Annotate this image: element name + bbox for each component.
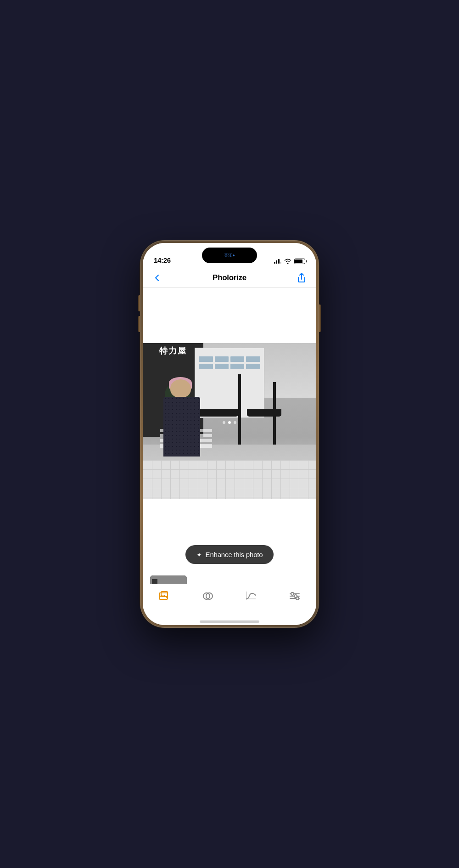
- volume-up-button[interactable]: [138, 295, 140, 311]
- main-photo[interactable]: 特力屋: [143, 343, 316, 499]
- tab-curve[interactable]: [230, 590, 273, 603]
- photo-spacer-top: [143, 288, 316, 343]
- dot-3: [234, 421, 236, 424]
- dynamic-island-content: 某江●: [224, 253, 235, 259]
- tab-gallery[interactable]: [143, 590, 186, 603]
- wifi-icon: [284, 259, 291, 264]
- photo-dots-indicator: [223, 421, 236, 424]
- battery-fill: [295, 259, 302, 263]
- awning-2: [247, 409, 282, 417]
- enhance-button-label: Enhance this photo: [206, 551, 263, 558]
- svg-point-10: [291, 592, 294, 595]
- signal-icon: [274, 259, 282, 264]
- gallery-icon: [158, 590, 171, 603]
- thumbnail-item[interactable]: [150, 575, 187, 584]
- thumbnail-strip: [143, 573, 316, 584]
- page-title: Pholorize: [213, 273, 246, 282]
- home-indicator-bar: [200, 620, 259, 623]
- curve-icon: [245, 590, 257, 603]
- thumbnail-image: [150, 575, 187, 584]
- back-button[interactable]: [150, 271, 165, 285]
- enhance-button[interactable]: ✦ Enhance this photo: [185, 545, 274, 564]
- navigation-bar: Pholorize: [143, 268, 316, 288]
- dynamic-island: 某江●: [202, 248, 257, 263]
- street-scene: 特力屋: [143, 343, 316, 499]
- battery-icon: [294, 259, 305, 264]
- share-button[interactable]: [294, 271, 309, 285]
- status-bar: 14:26 某江●: [143, 243, 316, 268]
- status-time: 14:26: [154, 256, 171, 264]
- person-figure: [157, 379, 212, 471]
- adjust-icon: [288, 590, 301, 603]
- enhance-icon: ✦: [196, 551, 202, 558]
- scroll-content[interactable]: 特力屋: [143, 288, 316, 584]
- phone-screen: 14:26 某江●: [143, 243, 316, 625]
- tab-adjust[interactable]: [273, 590, 317, 603]
- status-icons: [274, 259, 306, 264]
- tab-blend[interactable]: [186, 590, 230, 603]
- dot-2-active: [228, 421, 231, 424]
- blend-icon: [202, 590, 214, 603]
- tab-bar: [143, 584, 316, 621]
- volume-down-button[interactable]: [138, 316, 140, 332]
- enhance-button-container: ✦ Enhance this photo: [143, 536, 316, 573]
- power-button[interactable]: [319, 304, 321, 332]
- dot-1: [223, 421, 225, 424]
- svg-point-12: [296, 597, 299, 600]
- home-indicator: [143, 621, 316, 625]
- photo-spacer-bottom: [143, 499, 316, 536]
- phone-frame: 14:26 某江●: [140, 240, 319, 628]
